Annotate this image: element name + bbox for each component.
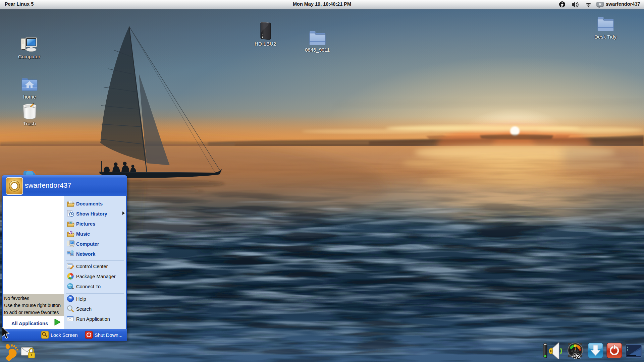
svg-text:?: ? xyxy=(69,296,72,301)
svg-text:42: 42 xyxy=(572,352,580,359)
